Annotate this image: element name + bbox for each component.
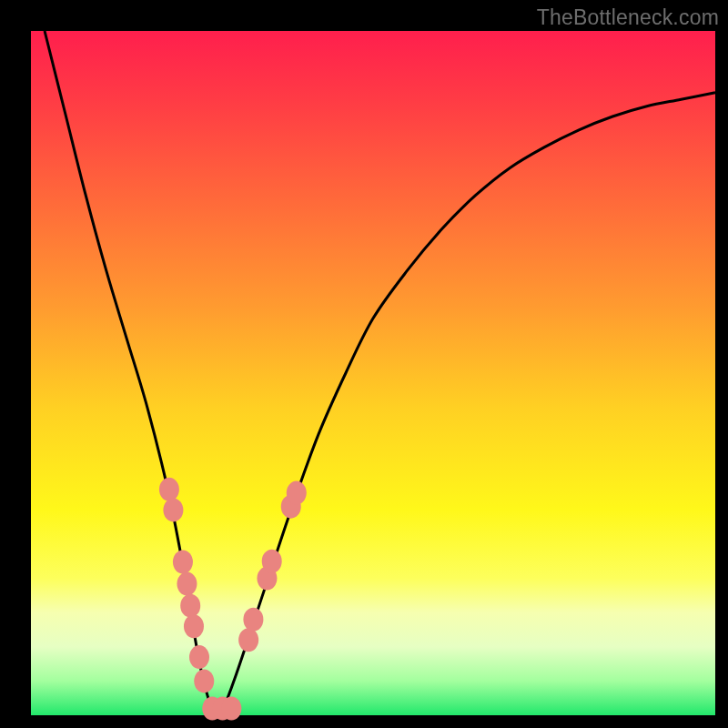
marker-dot <box>243 608 263 632</box>
chart-frame: TheBottleneck.com <box>0 0 728 728</box>
marker-dot <box>184 614 204 638</box>
marker-dot <box>177 572 197 596</box>
gradient-background <box>31 31 715 715</box>
marker-dot <box>262 550 282 573</box>
marker-dot <box>194 669 214 693</box>
chart-canvas <box>0 0 728 728</box>
marker-dot <box>238 628 258 652</box>
marker-dot <box>180 594 200 618</box>
marker-dot <box>163 498 183 521</box>
marker-dot <box>173 551 193 574</box>
watermark-label: TheBottleneck.com <box>537 5 719 30</box>
marker-dot <box>287 481 307 505</box>
marker-dot <box>221 696 241 720</box>
marker-dot <box>189 645 209 669</box>
marker-dot <box>159 478 179 501</box>
